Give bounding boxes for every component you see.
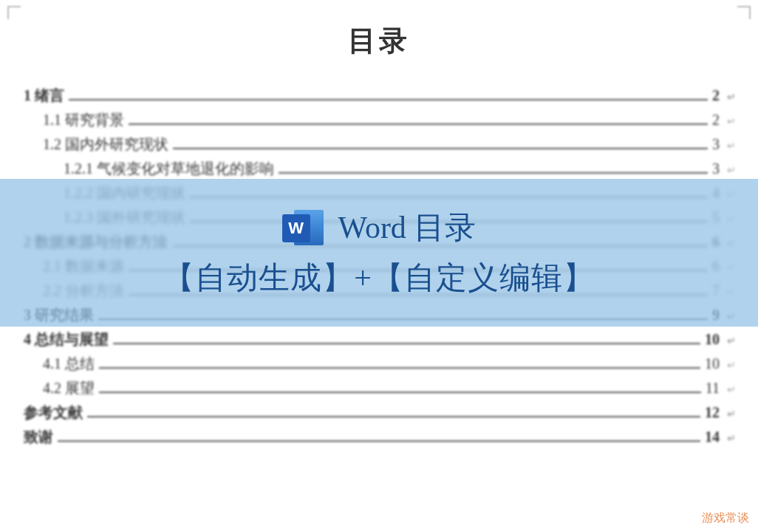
toc-entry-page: 10 — [705, 331, 725, 348]
overlay-heading: Word 目录 — [338, 207, 477, 248]
toc-entry-label: 1.1 研究背景 — [43, 110, 124, 130]
toc-entry-page: 12 — [705, 404, 725, 421]
toc-leader-line — [279, 172, 708, 174]
toc-leader-line — [99, 367, 700, 369]
toc-leader-line — [113, 343, 700, 344]
toc-entry-page: 14 — [705, 429, 725, 446]
paragraph-mark-icon: ↵ — [727, 335, 736, 347]
toc-entry: 1 绪言2↵ — [22, 86, 736, 106]
crop-mark-top-left — [7, 6, 21, 19]
paragraph-mark-icon: ↵ — [727, 408, 736, 420]
toc-entry: 1.2.1 气候变化对草地退化的影响3↵ — [22, 159, 736, 179]
toc-leader-line — [58, 440, 700, 442]
toc-entry-label: 4.1 总结 — [43, 354, 95, 374]
toc-entry: 4.1 总结10↵ — [22, 354, 736, 374]
toc-entry-page: 2 — [712, 112, 725, 129]
document-page: 目录 1 绪言2↵1.1 研究背景2↵1.2 国内外研究现状3↵1.2.1 气候… — [0, 0, 758, 532]
toc-entry: 4 总结与展望10↵ — [22, 330, 736, 349]
overlay-subtitle: 【自动生成】+【自定义编辑】 — [163, 257, 595, 299]
paragraph-mark-icon: ↵ — [727, 140, 736, 152]
toc-entry-label: 4.2 展望 — [43, 378, 95, 398]
paragraph-mark-icon: ↵ — [727, 115, 736, 128]
toc-entry-label: 参考文献 — [24, 403, 83, 423]
toc-title: 目录 — [22, 22, 736, 60]
toc-leader-line — [129, 123, 708, 125]
overlay-heading-row: W Word 目录 — [282, 207, 477, 248]
paragraph-mark-icon: ↵ — [727, 383, 736, 396]
word-icon-letter: W — [282, 214, 310, 242]
paragraph-mark-icon: ↵ — [727, 359, 736, 372]
toc-entry-label: 1.2.1 气候变化对草地退化的影响 — [64, 159, 274, 179]
crop-mark-top-right — [737, 6, 751, 19]
toc-leader-line — [99, 392, 701, 393]
toc-entry: 1.1 研究背景2↵ — [22, 110, 736, 130]
toc-entry: 致谢14↵ — [22, 427, 736, 447]
toc-leader-line — [87, 416, 700, 417]
paragraph-mark-icon: ↵ — [727, 91, 736, 103]
overlay-banner: W Word 目录 【自动生成】+【自定义编辑】 — [0, 179, 758, 327]
toc-entry: 4.2 展望11↵ — [22, 378, 736, 398]
watermark-text: 游戏常谈 — [702, 511, 749, 526]
toc-entry: 参考文献12↵ — [22, 403, 736, 423]
toc-entry-page: 3 — [712, 160, 725, 177]
toc-entry-label: 1 绪言 — [24, 86, 64, 106]
toc-leader-line — [173, 148, 708, 149]
toc-entry-page: 11 — [706, 380, 725, 397]
toc-entry-page: 3 — [712, 136, 725, 153]
toc-entry-label: 致谢 — [24, 427, 53, 447]
toc-entry-label: 1.2 国内外研究现状 — [43, 134, 168, 154]
toc-entry: 1.2 国内外研究现状3↵ — [22, 134, 736, 154]
paragraph-mark-icon: ↵ — [727, 164, 736, 177]
toc-entry-page: 2 — [712, 87, 725, 104]
toc-leader-line — [69, 99, 708, 100]
toc-entry-label: 4 总结与展望 — [24, 330, 109, 349]
toc-entry-page: 10 — [705, 355, 725, 372]
word-icon: W — [282, 207, 324, 248]
paragraph-mark-icon: ↵ — [727, 432, 736, 445]
